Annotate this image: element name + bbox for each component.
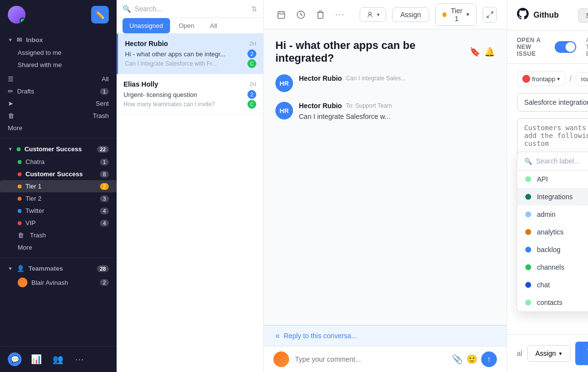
sidebar-item-shared-with-me[interactable]: Shared with me bbox=[0, 59, 117, 71]
sidebar-item-vip[interactable]: VIP 4 bbox=[0, 217, 117, 229]
conversation-item[interactable]: Hector Rubio 2H Hi - what other apps can… bbox=[117, 34, 263, 74]
open-issue-toggle[interactable] bbox=[555, 41, 576, 53]
tab-unassigned[interactable]: Unassigned bbox=[122, 18, 170, 33]
conversation-item[interactable]: Elias Holly 2H Urgent- licensing questio… bbox=[117, 74, 263, 115]
reply-banner[interactable]: « Reply to this conversa... bbox=[264, 325, 507, 346]
repo-selector: frontapp ▾ / roadmap ▾ bbox=[517, 71, 588, 86]
issue-title-input[interactable] bbox=[517, 93, 588, 112]
sidebar-bottom: 💬 📊 👥 ⋯ bbox=[0, 346, 117, 372]
github-logo-icon bbox=[517, 8, 529, 23]
more-icon-btn[interactable]: ⋯ bbox=[73, 352, 86, 366]
label-list: API Integrations admin analytics backlog… bbox=[517, 170, 588, 311]
cancel-link[interactable]: al bbox=[517, 349, 522, 357]
messages-area: HR Hector Rubio Can I integrate Sales...… bbox=[264, 69, 507, 325]
label-item-channels[interactable]: channels bbox=[517, 258, 588, 276]
svg-point-5 bbox=[368, 12, 371, 14]
conversation-items: Hector Rubio 2H Hi - what other apps can… bbox=[117, 34, 263, 372]
analytics-icon-btn[interactable]: 📊 bbox=[29, 352, 43, 366]
customer-success-section: ▼ Customer Success 22 Chatra 1 Customer … bbox=[0, 142, 117, 254]
github-footer: al Assign ▾ Open issue bbox=[507, 334, 588, 372]
sidebar-item-tier1[interactable]: Tier 1 2 bbox=[0, 180, 117, 192]
conversation-tabs: Unassigned Open All bbox=[117, 18, 263, 34]
open-issue-button[interactable]: Open issue bbox=[575, 342, 588, 365]
clock-icon-btn[interactable] bbox=[293, 7, 309, 23]
emoji-icon[interactable]: 🙂 bbox=[466, 354, 477, 365]
contacts-icon-btn[interactable]: 👥 bbox=[51, 352, 65, 366]
sidebar-item-assigned-to-me[interactable]: Assigned to me bbox=[0, 46, 117, 59]
assign-footer-button[interactable]: Assign ▾ bbox=[527, 345, 570, 362]
chat-icon-btn[interactable]: 💬 bbox=[8, 352, 22, 366]
inbox-section: ▼ ✉ Inbox Assigned to me Shared with me bbox=[0, 33, 117, 71]
main-body: Hi - what other apps can be integrated? … bbox=[264, 29, 507, 372]
sidebar-nav: ▼ ✉ Inbox Assigned to me Shared with me … bbox=[0, 29, 117, 346]
sidebar-item-all[interactable]: ☰ All bbox=[0, 73, 117, 85]
github-header: Github Sign out bbox=[507, 0, 588, 31]
bookmark-icon[interactable]: 🔖 bbox=[469, 46, 480, 57]
sidebar-top: ✏️ bbox=[0, 0, 117, 29]
assign-button[interactable]: Assign bbox=[392, 7, 429, 22]
sidebar-item-trash2[interactable]: 🗑 Trash bbox=[0, 229, 117, 241]
search-bar: 🔍 ⇅ bbox=[117, 0, 263, 18]
label-item-analytics[interactable]: analytics bbox=[517, 223, 588, 241]
attach-existing-tab[interactable]: ATTACH TO EXISTING bbox=[586, 37, 588, 57]
label-item[interactable]: API bbox=[517, 170, 588, 188]
label-search-input[interactable] bbox=[536, 157, 588, 165]
commenter-avatar bbox=[273, 351, 289, 367]
conversation-list: 🔍 ⇅ Unassigned Open All Hector Rubio 2H … bbox=[117, 0, 264, 372]
tab-open[interactable]: Open bbox=[172, 18, 201, 33]
label-item-backlog[interactable]: backlog bbox=[517, 241, 588, 258]
message-item: HR Hector Rubio Can I integrate Sales... bbox=[275, 74, 495, 92]
trash-icon-btn[interactable] bbox=[313, 7, 328, 23]
assign-user-button[interactable]: ▾ bbox=[360, 7, 386, 22]
main-header: ··· ▾ Assign Tier 1 ▾ bbox=[264, 0, 507, 29]
conversation-title: Hi - what other apps can be integrated? … bbox=[264, 29, 507, 69]
tab-all[interactable]: All bbox=[203, 18, 223, 33]
svg-rect-0 bbox=[278, 12, 285, 19]
send-button[interactable]: ↑ bbox=[481, 351, 497, 367]
message-avatar: HR bbox=[275, 74, 293, 92]
sidebar-item-more2[interactable]: More bbox=[0, 241, 117, 254]
label-item-admin[interactable]: admin bbox=[517, 206, 588, 223]
message-item: HR Hector Rubio To: Support Team Can I i… bbox=[275, 102, 495, 122]
sidebar-item-trash[interactable]: 🗑 Trash bbox=[0, 110, 117, 122]
label-dropdown: 🔍 API Integrations admin analytics bbox=[517, 152, 588, 312]
nav-section-all: ☰ All ✏ Drafts 1 ➤ Sent 🗑 Trash More bbox=[0, 73, 117, 134]
label-item-integrations[interactable]: Integrations bbox=[517, 188, 588, 206]
signout-button[interactable]: Sign out bbox=[578, 8, 588, 23]
more-icon-btn[interactable]: ··· bbox=[332, 7, 348, 23]
sidebar-item-drafts[interactable]: ✏ Drafts 1 bbox=[0, 85, 117, 97]
sidebar-item-more[interactable]: More bbox=[0, 122, 117, 134]
sort-icon[interactable]: ⇅ bbox=[251, 5, 257, 13]
inbox-header[interactable]: ▼ ✉ Inbox bbox=[0, 33, 117, 46]
repo-frontapp-button[interactable]: frontapp ▾ bbox=[517, 71, 566, 86]
search-label-icon: 🔍 bbox=[524, 158, 532, 165]
bell-icon[interactable]: 🔔 bbox=[484, 46, 495, 57]
comment-input[interactable] bbox=[295, 355, 446, 363]
label-item-chat[interactable]: chat bbox=[517, 276, 588, 294]
sidebar-item-blair[interactable]: Blair Avinash 2 bbox=[0, 275, 117, 290]
sidebar: ✏️ ▼ ✉ Inbox Assigned to me Shared with … bbox=[0, 0, 117, 372]
calendar-icon-btn[interactable] bbox=[273, 7, 289, 23]
search-icon: 🔍 bbox=[122, 5, 131, 13]
open-issue-tab-label: OPEN A NEW ISSUE bbox=[517, 37, 545, 57]
sidebar-item-sent[interactable]: ➤ Sent bbox=[0, 97, 117, 110]
sidebar-item-tier2[interactable]: Tier 2 3 bbox=[0, 192, 117, 205]
search-input[interactable] bbox=[135, 5, 247, 13]
sidebar-item-customer-success-sub[interactable]: Customer Success 8 bbox=[0, 168, 117, 180]
teammates-header[interactable]: ▼ 👤 Teammates 28 bbox=[0, 262, 117, 275]
teammates-section: ▼ 👤 Teammates 28 Blair Avinash 2 bbox=[0, 262, 117, 290]
sidebar-item-twitter[interactable]: Twitter 4 bbox=[0, 205, 117, 217]
comment-box: 📎 🙂 ↑ bbox=[264, 346, 507, 372]
user-avatar[interactable] bbox=[8, 6, 25, 23]
message-avatar: HR bbox=[275, 102, 293, 119]
main-content: ··· ▾ Assign Tier 1 ▾ Hi - what other ap… bbox=[264, 0, 507, 372]
repo-roadmap-button[interactable]: roadmap ▾ bbox=[576, 72, 588, 86]
expand-button[interactable] bbox=[483, 7, 496, 23]
attachment-icon[interactable]: 📎 bbox=[452, 354, 463, 365]
compose-button[interactable]: ✏️ bbox=[91, 6, 109, 23]
customer-success-header[interactable]: ▼ Customer Success 22 bbox=[0, 142, 117, 156]
label-search: 🔍 bbox=[517, 152, 588, 170]
label-item-contacts[interactable]: contacts bbox=[517, 294, 588, 311]
tier-button[interactable]: Tier 1 ▾ bbox=[435, 3, 477, 26]
sidebar-item-chatra[interactable]: Chatra 1 bbox=[0, 156, 117, 168]
